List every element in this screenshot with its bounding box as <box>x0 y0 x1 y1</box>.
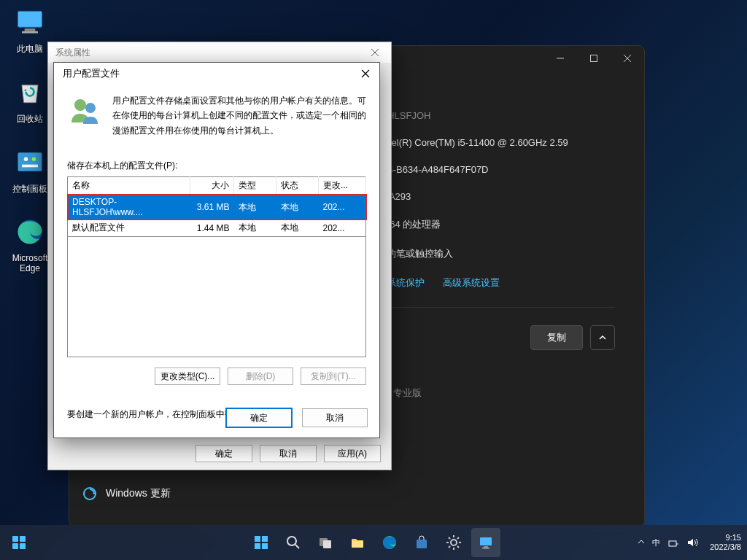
svg-line-40 <box>449 537 450 539</box>
dialog-title: 用户配置文件 <box>63 67 120 80</box>
taskview-icon <box>317 534 333 551</box>
table-row[interactable]: 默认配置文件 1.44 MB 本地 本地 202... <box>68 219 366 237</box>
change-type-button[interactable]: 更改类型(C)... <box>155 368 220 385</box>
link-advanced[interactable]: 高级系统设置 <box>443 277 500 288</box>
svg-line-29 <box>295 545 299 548</box>
edge-button[interactable] <box>375 528 404 557</box>
svg-line-43 <box>457 537 459 539</box>
svg-rect-47 <box>669 541 676 546</box>
pc-icon <box>14 6 46 38</box>
explorer-button[interactable] <box>343 528 372 557</box>
settings-button[interactable] <box>439 528 468 557</box>
col-mod[interactable]: 更改... <box>319 177 366 195</box>
taskview-button[interactable] <box>311 528 340 557</box>
widgets-button[interactable] <box>4 528 34 557</box>
col-type[interactable]: 类型 <box>234 177 276 195</box>
svg-rect-22 <box>12 543 18 549</box>
close-button[interactable] <box>355 63 376 84</box>
svg-rect-25 <box>262 536 268 542</box>
svg-rect-2 <box>25 28 36 31</box>
svg-line-42 <box>449 546 450 548</box>
folder-icon <box>349 534 365 551</box>
svg-point-35 <box>451 540 457 545</box>
widgets-icon <box>11 534 27 551</box>
svg-rect-4 <box>18 152 42 171</box>
apply-button[interactable]: 应用(A) <box>324 445 381 462</box>
tray-chevron[interactable] <box>638 538 645 547</box>
col-size[interactable]: 大小 <box>190 177 234 195</box>
update-icon <box>82 486 97 501</box>
svg-point-6 <box>32 158 36 162</box>
maximize-button[interactable] <box>577 47 611 70</box>
svg-rect-0 <box>18 11 42 27</box>
close-button[interactable] <box>611 47 644 70</box>
svg-rect-45 <box>484 546 488 548</box>
delete-button[interactable]: 删除(D) <box>228 368 293 385</box>
control-panel-icon <box>14 146 46 178</box>
windows-icon <box>252 534 270 551</box>
svg-rect-46 <box>482 548 489 549</box>
svg-point-5 <box>24 158 28 162</box>
minimize-button[interactable] <box>543 47 577 70</box>
store-icon <box>414 534 430 551</box>
dialog-title: 系统属性 <box>55 47 90 59</box>
clock[interactable]: 9:15 2022/3/8 <box>710 533 741 552</box>
svg-rect-21 <box>20 536 26 542</box>
stored-label: 储存在本机上的配置文件(P): <box>67 160 366 172</box>
close-button[interactable] <box>360 43 390 62</box>
svg-rect-24 <box>255 536 260 542</box>
user-profiles-dialog: 用户配置文件 用户配置文件存储桌面设置和其他与你的用户帐户有关的信息。可在你使用… <box>53 62 380 438</box>
intro-text: 用户配置文件存储桌面设置和其他与你的用户帐户有关的信息。可在你使用的每台计算机上… <box>112 93 366 138</box>
network-icon[interactable] <box>667 537 679 548</box>
svg-point-19 <box>85 103 96 113</box>
search-icon <box>285 534 301 551</box>
svg-rect-10 <box>591 55 597 62</box>
profiles-table[interactable]: 名称 大小 类型 状态 更改... DESKTOP-HLSFJOH\www...… <box>67 176 366 237</box>
chevron-up-icon <box>638 538 645 545</box>
sysprops-task[interactable] <box>471 528 500 557</box>
sidebar-item-update[interactable]: Windows 更新 <box>82 486 171 501</box>
svg-rect-20 <box>12 536 18 542</box>
ok-button[interactable]: 确定 <box>196 445 252 462</box>
users-icon <box>67 93 102 128</box>
copyto-button[interactable]: 复制到(T)... <box>301 368 366 385</box>
gear-icon <box>446 534 462 551</box>
copy-button[interactable]: 复制 <box>530 325 583 350</box>
recycle-icon <box>14 76 46 108</box>
table-row[interactable]: DESKTOP-HLSFJOH\www.... 3.61 MB 本地 本地 20… <box>68 195 366 220</box>
link-sysprotect[interactable]: 系统保护 <box>387 277 425 288</box>
ime-indicator[interactable]: 中 <box>652 537 660 548</box>
svg-rect-23 <box>20 543 26 549</box>
svg-rect-32 <box>352 541 363 548</box>
volume-icon[interactable] <box>686 537 698 548</box>
svg-line-41 <box>457 546 459 548</box>
col-name[interactable]: 名称 <box>68 177 190 195</box>
cancel-button[interactable]: 取消 <box>260 445 317 462</box>
search-button[interactable] <box>279 528 308 557</box>
edge-icon <box>382 534 398 551</box>
edge-icon <box>14 216 46 248</box>
svg-rect-44 <box>480 537 492 545</box>
svg-point-18 <box>74 99 86 111</box>
taskbar: 中 9:15 2022/3/8 <box>0 525 747 560</box>
svg-rect-3 <box>22 31 38 34</box>
svg-rect-34 <box>417 540 427 548</box>
store-button[interactable] <box>407 528 436 557</box>
svg-rect-31 <box>323 540 331 548</box>
svg-rect-26 <box>255 543 260 549</box>
col-state[interactable]: 状态 <box>276 177 319 195</box>
monitor-icon <box>478 534 494 551</box>
svg-point-28 <box>287 537 296 545</box>
expand-button[interactable] <box>590 325 615 350</box>
start-button[interactable] <box>247 528 276 557</box>
svg-rect-7 <box>22 165 38 168</box>
ok-button[interactable]: 确定 <box>226 408 292 427</box>
svg-rect-27 <box>262 543 268 549</box>
cancel-button[interactable]: 取消 <box>302 408 368 427</box>
